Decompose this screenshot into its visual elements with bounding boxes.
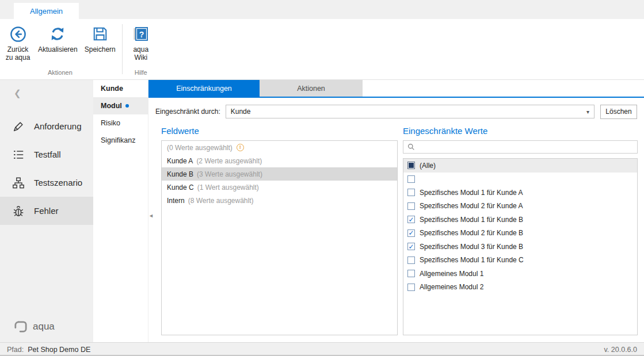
back-to-aqua-label: Zurück zu aqua — [5, 44, 31, 62]
field-item-label: Kunde — [101, 85, 123, 93]
sidebar-item-label: Anforderung — [34, 121, 82, 131]
restricted-value-label: Allgemeines Modul 1 — [420, 270, 483, 278]
status-bar: Pfad: Pet Shop Demo DE v. 20.0.6.0 — [0, 342, 644, 356]
chevron-down-icon: ▾ — [586, 109, 589, 115]
ribbon-group-hilfe: ? aqua Wiki Hilfe — [124, 19, 158, 79]
collapse-sidebar-button[interactable]: ❮ — [14, 88, 21, 98]
tab-einschraenkungen[interactable]: Einschränkungen — [148, 80, 260, 97]
field-value-item[interactable]: (0 Werte ausgewählt) ! — [162, 141, 397, 154]
restricted-value-item[interactable]: Allgemeines Modul 2 — [403, 281, 637, 294]
field-value-count: (1 Wert ausgewählt) — [197, 183, 259, 192]
field-value-count: (2 Werte ausgewählt) — [196, 157, 262, 165]
bug-icon — [12, 205, 25, 217]
checkbox[interactable] — [407, 162, 415, 169]
field-value-name: Kunde B — [167, 170, 193, 178]
ribbon-separator — [122, 24, 123, 74]
checkbox[interactable] — [407, 216, 415, 223]
ribbon-group-label-aktionen: Aktionen — [1, 69, 119, 79]
field-values-title: Feldwerte — [161, 126, 398, 136]
restricted-value-item[interactable]: Spezifisches Modul 2 für Kunde B — [403, 227, 637, 240]
sidebar-item-label: Fehler — [34, 206, 59, 216]
restricted-value-label: Spezifisches Modul 3 für Kunde B — [420, 243, 523, 251]
search-input[interactable] — [419, 143, 633, 151]
checkbox[interactable] — [407, 270, 415, 277]
restricted-value-item[interactable]: Spezifisches Modul 1 für Kunde A — [403, 186, 637, 200]
restricted-value-item[interactable]: Spezifisches Modul 1 für Kunde C — [403, 254, 637, 267]
delete-button[interactable]: Löschen — [600, 105, 637, 119]
restricted-value-item[interactable]: Spezifisches Modul 3 für Kunde B — [403, 240, 637, 254]
field-item-label: Signifikanz — [101, 136, 135, 144]
path-value: Pet Shop Demo DE — [28, 346, 90, 354]
checkbox[interactable] — [407, 229, 415, 237]
tab-aktionen[interactable]: Aktionen — [260, 80, 363, 97]
help-icon: ? — [133, 24, 149, 44]
sidebar-item-label: Testszenario — [34, 178, 82, 187]
aqua-logo-text: aqua — [33, 321, 55, 332]
sidebar-item-anforderung[interactable]: Anforderung — [0, 112, 93, 140]
requirement-icon — [12, 120, 25, 133]
collapse-panel-handle[interactable]: ◄ — [148, 210, 154, 221]
sidebar-nav: Anforderung Testfall Testszenario — [0, 112, 93, 225]
restricted-by-select[interactable]: Kunde ▾ — [226, 105, 595, 118]
restricted-by-row: Eingeschränkt durch: Kunde ▾ Löschen — [148, 99, 644, 124]
field-values-listbox: (0 Werte ausgewählt) ! Kunde A (2 Werte … — [161, 140, 398, 335]
sidebar: ❮ Anforderung Testfall — [0, 80, 93, 342]
restricted-value-item[interactable]: Allgemeines Modul 1 — [403, 267, 637, 281]
restricted-value-item[interactable]: Spezifisches Modul 1 für Kunde B — [403, 213, 637, 227]
aqua-wiki-button[interactable]: ? aqua Wiki — [125, 22, 157, 69]
checkbox[interactable] — [407, 202, 415, 210]
back-to-aqua-button[interactable]: Zurück zu aqua — [1, 22, 35, 69]
restricted-value-label: Spezifisches Modul 2 für Kunde B — [420, 229, 523, 237]
save-label: Speichern — [85, 44, 116, 54]
field-item-kunde[interactable]: Kunde — [93, 80, 148, 97]
warning-icon: ! — [237, 144, 244, 151]
main-content: Einschränkungen Aktionen Eingeschränkt d… — [148, 80, 644, 342]
sidebar-item-fehler[interactable]: Fehler — [0, 197, 93, 225]
search-icon — [407, 143, 415, 151]
checkbox[interactable] — [407, 284, 415, 291]
ribbon-tab-strip: Allgemein — [0, 0, 644, 19]
aqua-wiki-label: aqua Wiki — [129, 44, 153, 62]
fields-panel: Kunde Modul Risiko Signifikanz — [93, 80, 148, 342]
tab-allgemein[interactable]: Allgemein — [14, 3, 79, 19]
field-item-label: Modul — [101, 102, 122, 110]
restricted-value-label: Spezifisches Modul 2 für Kunde A — [420, 202, 523, 210]
checkbox[interactable] — [407, 175, 415, 183]
ribbon: Zurück zu aqua Aktualisieren — [0, 19, 644, 80]
aqua-logo: aqua — [14, 320, 55, 333]
modified-dot — [125, 104, 129, 108]
restricted-value-item[interactable]: (Alle) — [403, 159, 637, 173]
field-value-count: (3 Werte ausgewählt) — [197, 170, 262, 178]
field-value-item[interactable]: Kunde C (1 Wert ausgewählt) ! — [162, 181, 397, 194]
ribbon-group-aktionen: Zurück zu aqua Aktualisieren — [0, 19, 120, 79]
checkbox[interactable] — [407, 243, 415, 250]
restricted-value-label: Spezifisches Modul 1 für Kunde C — [420, 256, 524, 264]
search-box — [403, 140, 638, 154]
checkbox[interactable] — [407, 189, 415, 196]
field-item-modul[interactable]: Modul — [93, 97, 148, 114]
sidebar-item-testfall[interactable]: Testfall — [0, 140, 93, 169]
field-item-signifikanz[interactable]: Signifikanz — [93, 132, 148, 149]
field-item-label: Risiko — [101, 119, 120, 127]
restricted-values-list: (Alle) Spezifisches Modul 1 für Kunde A … — [403, 158, 638, 335]
save-button[interactable]: Speichern — [81, 22, 119, 69]
field-value-item[interactable]: Intern (8 Werte ausgewählt) ! — [162, 194, 397, 207]
field-item-risiko[interactable]: Risiko — [93, 114, 148, 132]
restricted-values-column: Eingeschränkte Werte (Alle) Spezifisc — [403, 126, 638, 335]
restricted-values-title: Eingeschränkte Werte — [403, 126, 638, 136]
back-arrow-circle-icon — [9, 24, 27, 44]
save-icon — [92, 24, 108, 44]
field-value-name: Kunde A — [167, 157, 193, 165]
checkbox[interactable] — [407, 257, 415, 264]
refresh-icon — [49, 24, 66, 44]
restricted-value-item[interactable] — [403, 173, 637, 186]
restricted-by-value: Kunde — [231, 108, 586, 116]
field-value-item[interactable]: Kunde A (2 Werte ausgewählt) ! — [162, 154, 397, 167]
sidebar-item-testszenario[interactable]: Testszenario — [0, 169, 93, 197]
field-value-name: Intern — [167, 197, 185, 205]
refresh-label: Aktualisieren — [38, 44, 78, 54]
refresh-button[interactable]: Aktualisieren — [35, 22, 81, 69]
field-value-item[interactable]: Kunde B (3 Werte ausgewählt) ! — [162, 167, 397, 181]
restricted-by-label: Eingeschränkt durch: — [155, 108, 220, 116]
restricted-value-item[interactable]: Spezifisches Modul 2 für Kunde A — [403, 200, 637, 213]
